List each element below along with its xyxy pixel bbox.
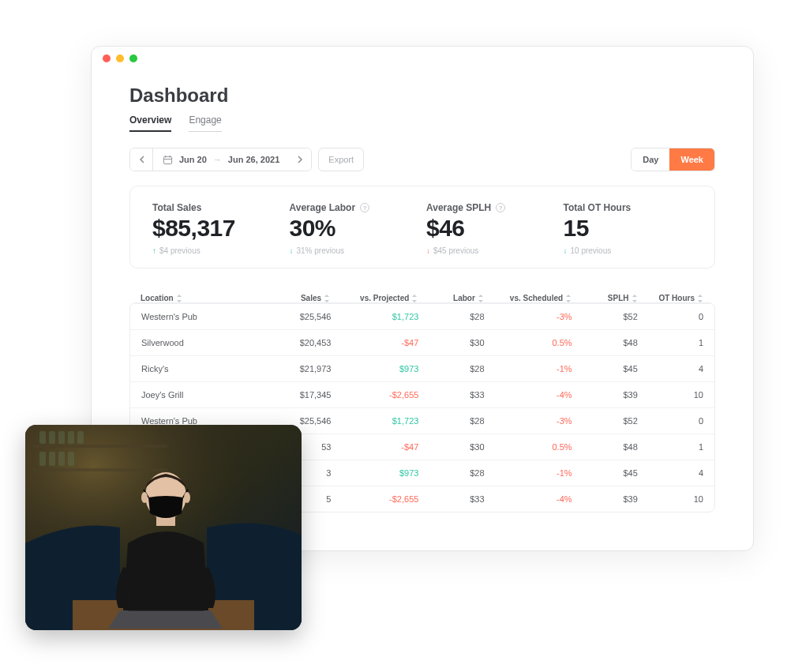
cell-splh: $48 <box>572 442 638 452</box>
tab-engage[interactable]: Engage <box>189 115 221 132</box>
svg-rect-7 <box>58 431 65 444</box>
cell-labor: $28 <box>418 312 484 321</box>
cell-labor: $30 <box>418 442 484 452</box>
tab-overview[interactable]: Overview <box>129 115 171 132</box>
chevron-left-icon <box>139 156 144 163</box>
help-icon[interactable]: ? <box>360 203 369 212</box>
sort-icon <box>566 295 572 302</box>
metric-label: Total Sales <box>152 202 282 213</box>
col-location[interactable]: Location <box>141 294 257 302</box>
arrow-right-icon: → <box>213 155 222 164</box>
cell-ot-hours: 0 <box>638 416 703 426</box>
cell-vs-projected: $973 <box>331 468 418 478</box>
tabs: Overview Engage <box>129 115 715 132</box>
svg-rect-11 <box>49 452 55 466</box>
cell-ot-hours: 4 <box>638 364 703 374</box>
table-row[interactable]: Ricky's$21,973$973$28-1%$454 <box>130 355 714 381</box>
cell-ot-hours: 10 <box>638 390 703 400</box>
cell-ot-hours: 1 <box>638 442 703 452</box>
cell-labor: $33 <box>418 494 484 504</box>
cell-vs-projected: -$47 <box>331 442 418 452</box>
cell-ot-hours: 4 <box>638 468 703 478</box>
arrow-down-icon: ↓ <box>290 246 294 255</box>
metric-average-labor: Average Labor? 30% ↓31% previous <box>290 202 419 255</box>
svg-rect-3 <box>33 445 167 448</box>
svg-rect-5 <box>39 431 46 444</box>
svg-point-19 <box>141 492 148 503</box>
metric-average-splh: Average SPLH? $46 ↓$45 previous <box>426 202 556 255</box>
metric-value: $46 <box>426 215 556 242</box>
date-range-display[interactable]: Jun 20 → Jun 26, 2021 <box>152 148 289 171</box>
svg-rect-12 <box>58 452 65 466</box>
cell-vs-scheduled: -3% <box>485 416 572 426</box>
col-splh[interactable]: SPLH <box>572 294 638 302</box>
col-vs-projected[interactable]: vs. Projected <box>331 294 418 302</box>
table-row[interactable]: Western's Pub$25,546$1,723$28-3%$520 <box>130 303 714 329</box>
toggle-week[interactable]: Week <box>669 148 714 171</box>
cell-sales: $21,973 <box>258 364 331 374</box>
sort-icon <box>478 295 485 302</box>
help-icon[interactable]: ? <box>496 203 505 212</box>
cell-splh: $48 <box>572 338 638 347</box>
cell-vs-scheduled: -4% <box>485 390 572 400</box>
calendar-icon <box>163 155 173 165</box>
col-vs-scheduled[interactable]: vs. Scheduled <box>485 294 572 302</box>
svg-point-20 <box>184 492 190 503</box>
cell-vs-scheduled: 0.5% <box>485 338 572 347</box>
close-icon[interactable] <box>103 54 111 62</box>
cell-location: Joey's Grill <box>141 390 258 400</box>
chevron-right-icon <box>298 156 303 163</box>
metric-value: 15 <box>564 215 693 242</box>
titlebar <box>92 47 753 70</box>
cell-location: Silverwood <box>141 338 258 347</box>
cell-labor: $30 <box>418 338 484 347</box>
svg-rect-0 <box>163 156 171 163</box>
cell-vs-projected: $1,723 <box>331 312 418 321</box>
next-period-button[interactable] <box>289 148 311 171</box>
cell-sales: $20,453 <box>258 338 331 347</box>
cell-labor: $28 <box>418 416 484 426</box>
cell-splh: $45 <box>572 468 638 478</box>
date-end: Jun 26, 2021 <box>228 155 279 164</box>
date-start: Jun 20 <box>179 155 207 164</box>
sort-icon <box>324 295 331 302</box>
metric-ot-hours: Total OT Hours 15 ↓10 previous <box>564 202 693 255</box>
cell-splh: $39 <box>572 390 638 400</box>
page-title: Dashboard <box>129 84 715 107</box>
cell-splh: $52 <box>572 312 638 321</box>
metric-previous: ↓31% previous <box>290 246 419 255</box>
sort-icon <box>698 295 704 302</box>
arrow-down-icon: ↓ <box>564 246 568 255</box>
toolbar: Jun 20 → Jun 26, 2021 Export Day Week <box>129 148 715 171</box>
toggle-day[interactable]: Day <box>631 148 669 171</box>
cell-labor: $33 <box>418 390 484 400</box>
export-button[interactable]: Export <box>318 148 364 171</box>
table-row[interactable]: Silverwood$20,453-$47$300.5%$481 <box>130 329 714 355</box>
sort-icon <box>177 295 183 302</box>
cell-ot-hours: 10 <box>638 494 703 504</box>
col-ot-hours[interactable]: OT Hours <box>639 294 704 302</box>
metric-label: Average Labor? <box>290 202 419 213</box>
svg-rect-9 <box>77 431 84 444</box>
cell-location: Ricky's <box>141 364 258 374</box>
minimize-icon[interactable] <box>116 54 124 62</box>
cell-splh: $45 <box>572 364 638 374</box>
cell-splh: $52 <box>572 416 638 426</box>
sort-icon <box>632 295 639 302</box>
col-labor[interactable]: Labor <box>418 294 484 302</box>
cell-ot-hours: 1 <box>638 338 703 347</box>
svg-rect-6 <box>49 431 55 444</box>
cell-vs-projected: -$2,655 <box>331 494 418 504</box>
table-row[interactable]: Joey's Grill$17,345-$2,655$33-4%$3910 <box>130 381 714 407</box>
cell-vs-scheduled: -3% <box>485 312 572 321</box>
cell-location: Western's Pub <box>141 312 258 321</box>
maximize-icon[interactable] <box>129 54 137 62</box>
foreground-photo <box>25 425 302 630</box>
metrics-panel: Total Sales $85,317 ↑$4 previous Average… <box>129 186 715 268</box>
prev-period-button[interactable] <box>130 148 152 171</box>
col-sales[interactable]: Sales <box>257 294 331 302</box>
cell-sales: $25,546 <box>258 312 331 321</box>
arrow-down-icon: ↓ <box>426 246 430 255</box>
cell-vs-projected: $973 <box>331 364 418 374</box>
cell-vs-scheduled: -4% <box>485 494 572 504</box>
